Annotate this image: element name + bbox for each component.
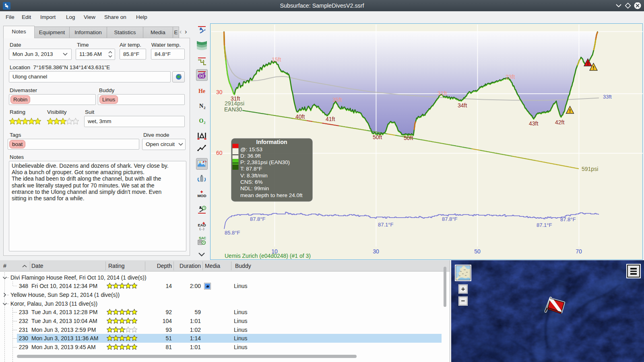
svg-text:23ft: 23ft — [506, 74, 515, 80]
svg-text:He: He — [198, 88, 205, 94]
svg-text:70: 70 — [576, 248, 582, 255]
svg-text:42ft: 42ft — [555, 119, 564, 125]
svg-text:43ft: 43ft — [529, 120, 538, 127]
svg-text:31ft: 31ft — [438, 90, 447, 97]
svg-text:15ft: 15ft — [272, 56, 281, 63]
svg-text:35ft: 35ft — [332, 97, 342, 103]
svg-text:N: N — [199, 103, 203, 109]
svg-text:30: 30 — [216, 89, 223, 95]
svg-text:NDL: 99min: NDL: 99min — [240, 185, 269, 191]
svg-text:@: 15:53: @: 15:53 — [240, 146, 262, 152]
svg-text:MOD: MOD — [197, 193, 206, 198]
svg-text:60: 60 — [216, 150, 223, 156]
svg-text:O: O — [199, 118, 204, 124]
svg-text:34ft: 34ft — [458, 102, 467, 109]
svg-text:!: ! — [569, 108, 571, 114]
svg-text:2: 2 — [204, 106, 206, 110]
svg-text:85.8°F: 85.8°F — [225, 230, 240, 236]
svg-text:EAN30: EAN30 — [224, 106, 242, 113]
svg-text:2914psi: 2914psi — [225, 100, 244, 107]
svg-text:30: 30 — [373, 248, 379, 255]
svg-text:591psi: 591psi — [582, 166, 598, 172]
svg-text:40ft: 40ft — [295, 113, 305, 120]
svg-text:50: 50 — [474, 248, 481, 255]
svg-text:CNS: 6%: CNS: 6% — [240, 179, 263, 185]
svg-text:87.1°F: 87.1°F — [537, 222, 552, 228]
svg-text:V: 8.3ft/min: V: 8.3ft/min — [240, 173, 268, 179]
svg-text:41ft: 41ft — [326, 116, 335, 122]
svg-text:!: ! — [587, 61, 589, 66]
svg-text:!: ! — [593, 65, 594, 71]
svg-text:D: 36.9ft: D: 36.9ft — [240, 153, 261, 159]
svg-text:(...): (...) — [200, 227, 204, 230]
svg-text:T: 87.8°F: T: 87.8°F — [240, 166, 262, 172]
svg-text:2: 2 — [204, 121, 206, 125]
svg-text:33ft: 33ft — [603, 94, 612, 100]
svg-text:50ft: 50ft — [404, 135, 413, 141]
svg-text:87.8°F: 87.8°F — [560, 216, 576, 222]
svg-text:87.8°F: 87.8°F — [442, 216, 458, 222]
svg-text:P: 2,381psi (EAN30): P: 2,381psi (EAN30) — [240, 159, 290, 165]
svg-text:mean depth to here 24.0ft: mean depth to here 24.0ft — [240, 192, 303, 198]
svg-text:87.1°F: 87.1°F — [378, 222, 394, 228]
svg-text:Uemis Zurich (e04d0248) (#1 of: Uemis Zurich (e04d0248) (#1 of 3) — [225, 253, 311, 259]
svg-text:50ft: 50ft — [373, 134, 382, 140]
svg-text:87.8°F: 87.8°F — [250, 216, 266, 222]
svg-text:Information: Information — [256, 139, 287, 145]
svg-text:SAC: SAC — [199, 236, 206, 240]
